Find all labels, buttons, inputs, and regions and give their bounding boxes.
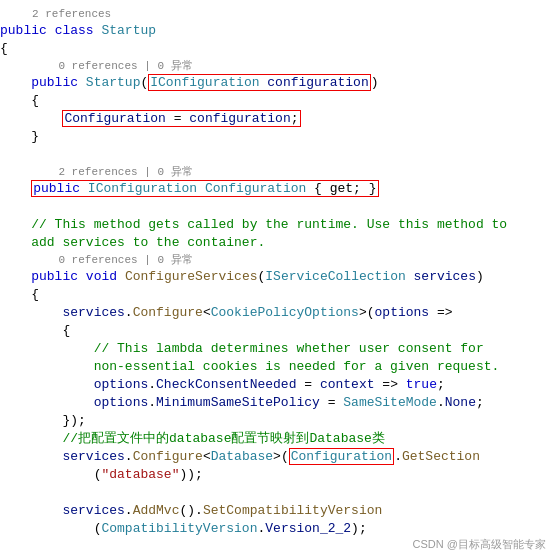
code-container: 2 references public class Startup { 0 re… [0,0,554,556]
code-line: { [0,286,554,304]
code-line-configure-db: services.Configure<Database>(Configurati… [0,448,554,466]
ref-line-1: 2 references [0,6,554,22]
code-line-configureservices: public void ConfigureServices(IServiceCo… [0,268,554,286]
code-line: public Startup(IConfiguration configurat… [0,74,554,92]
code-line: }); [0,412,554,430]
code-line-database-param: ("database")); [0,466,554,484]
comment-line-3: // This lambda determines whether user c… [0,340,554,358]
code-line-config-assign: Configuration = configuration; [0,110,554,128]
code-line: public class Startup [0,22,554,40]
code-line-iconfiguration: public IConfiguration Configuration { ge… [0,180,554,198]
code-line-minsamesitepolicy: options.MinimumSameSitePolicy = SameSite… [0,394,554,412]
code-line-checkconsent: options.CheckConsentNeeded = context => … [0,376,554,394]
ref-line-3: 2 references | 0 异常 [0,164,554,180]
blank-line [0,484,554,502]
code-line: { [0,92,554,110]
ref-line-4: 0 references | 0 异常 [0,252,554,268]
watermark: CSDN @目标高级智能专家 [413,537,546,552]
code-line-compat-version: (CompatibilityVersion.Version_2_2); [0,520,554,538]
code-line: { [0,322,554,340]
code-line: { [0,40,554,58]
comment-line-chinese: //把配置文件中的database配置节映射到Database类 [0,430,554,448]
code-line-configure-cookie: services.Configure<CookiePolicyOptions>(… [0,304,554,322]
blank-line [0,198,554,216]
code-line-addmvc: services.AddMvc().SetCompatibilityVersio… [0,502,554,520]
comment-line-1: // This method gets called by the runtim… [0,216,554,234]
blank-line [0,146,554,164]
comment-line-4: non-essential cookies is needed for a gi… [0,358,554,376]
code-line: } [0,128,554,146]
ref-line-2: 0 references | 0 异常 [0,58,554,74]
comment-line-2: add services to the container. [0,234,554,252]
